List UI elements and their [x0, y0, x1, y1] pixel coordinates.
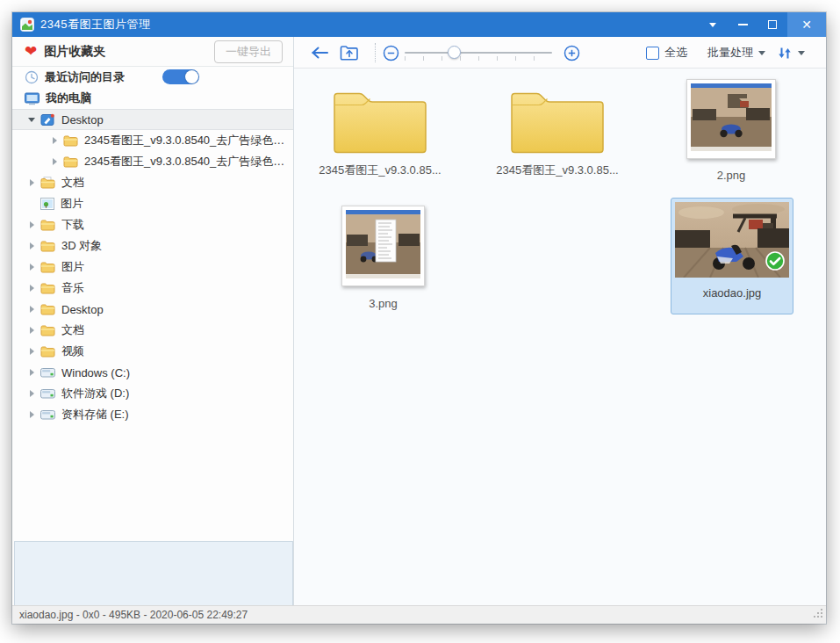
tree-item-label: 2345看图王_v9.3.0.8540_去广告绿色精简版	[84, 133, 293, 148]
minimize-button[interactable]	[728, 12, 757, 37]
tree-item-folder-jianban[interactable]: 2345看图王_v9.3.0.8540_去广告绿色精简版	[12, 130, 293, 151]
tree-item-label: 下载	[61, 217, 84, 233]
toolbar-separator	[375, 43, 376, 62]
maximize-button[interactable]	[757, 12, 787, 37]
no-expand-spacer	[26, 199, 37, 209]
drive-icon	[40, 388, 55, 400]
chevron-collapsed-icon[interactable]	[26, 283, 37, 293]
tree-item-label: 图片	[61, 259, 84, 275]
toggle-knob	[185, 70, 198, 83]
tree-item-documents[interactable]: 文档	[12, 172, 293, 193]
sidebar-preview-panel	[14, 541, 293, 605]
app-logo-icon	[20, 18, 34, 32]
tree-item-3d-objects[interactable]: 3D 对象	[12, 235, 293, 256]
folder-icon	[63, 134, 78, 147]
chevron-collapsed-icon[interactable]	[26, 346, 37, 357]
chevron-collapsed-icon[interactable]	[26, 388, 37, 399]
chevron-collapsed-icon[interactable]	[26, 241, 37, 251]
tree-item-desktop[interactable]: Desktop	[12, 109, 293, 130]
titlebar-menu-button[interactable]	[698, 12, 728, 37]
chevron-collapsed-icon[interactable]	[26, 304, 37, 314]
chevron-collapsed-icon[interactable]	[26, 262, 37, 272]
drive-icon	[40, 367, 55, 379]
tree-item-label: 视频	[61, 343, 84, 359]
minimize-icon	[738, 24, 748, 25]
folder-icon	[506, 80, 609, 155]
sidebar: ❤ 图片收藏夹 一键导出 最近访问的目录 我的电脑	[12, 37, 294, 605]
zoom-slider-thumb[interactable]	[448, 46, 461, 59]
favorites-title: 图片收藏夹	[44, 44, 105, 60]
close-button[interactable]: ✕	[787, 12, 826, 37]
file-tile-folder-1[interactable]: 2345看图王_v9.3.0.85...	[327, 80, 434, 178]
app-window: 2345看图王图片管理 ✕ ❤ 图片收藏夹 一键导出 最近访问的目录	[12, 12, 826, 624]
drive-icon	[40, 409, 55, 421]
computer-icon	[25, 92, 39, 105]
chevron-expanded-icon[interactable]	[26, 114, 37, 125]
file-name: 3.png	[369, 297, 398, 310]
folder-tree: 最近访问的目录 我的电脑 Desktop	[12, 67, 293, 605]
tree-item-desktop-folder[interactable]: Desktop	[12, 299, 293, 320]
back-button[interactable]	[310, 37, 329, 69]
thumbnail	[675, 202, 789, 278]
folder-icon	[40, 324, 55, 336]
maximize-icon	[768, 20, 777, 29]
file-tile-xiaodao-selected[interactable]: xiaodao.jpg	[671, 198, 793, 314]
tree-item-drive-e[interactable]: 资料存储 (E:)	[12, 404, 293, 425]
export-button[interactable]	[340, 37, 359, 69]
close-icon: ✕	[801, 18, 812, 32]
file-tile-folder-2[interactable]: 2345看图王_v9.3.0.85...	[504, 80, 611, 178]
tree-item-label: Windows (C:)	[61, 366, 130, 379]
back-arrow-icon	[310, 46, 329, 60]
tree-item-my-computer[interactable]: 我的电脑	[12, 88, 293, 109]
zoom-slider-ticks	[405, 56, 552, 61]
tree-item-pictures-special[interactable]: 图片	[12, 193, 293, 214]
folder-icon	[40, 240, 55, 252]
tree-item-folder-wanzheng[interactable]: 2345看图王_v9.3.0.8540_去广告绿色完整版	[12, 151, 293, 172]
file-grid[interactable]: 2345看图王_v9.3.0.85... 2345看图王_v9.3.0.85..…	[294, 69, 826, 605]
tree-item-videos[interactable]: 视频	[12, 341, 293, 362]
zoom-in-button[interactable]	[564, 37, 580, 69]
zoom-in-icon	[564, 45, 580, 61]
sort-icon	[777, 46, 793, 61]
status-text: xiaodao.jpg - 0x0 - 495KB - 2020-06-05 2…	[19, 609, 248, 621]
file-name: 2.png	[717, 169, 746, 182]
tree-item-label: Desktop	[61, 113, 104, 126]
tree-item-documents-2[interactable]: 文档	[12, 320, 293, 341]
clock-icon	[25, 70, 39, 84]
file-name: 2345看图王_v9.3.0.85...	[496, 163, 618, 178]
titlebar[interactable]: 2345看图王图片管理 ✕	[12, 12, 826, 37]
chevron-collapsed-icon[interactable]	[26, 325, 37, 336]
tree-item-drive-d[interactable]: 软件游戏 (D:)	[12, 383, 293, 404]
chevron-collapsed-icon[interactable]	[26, 367, 37, 378]
tree-item-label: 音乐	[61, 280, 84, 296]
chevron-collapsed-icon[interactable]	[49, 135, 60, 146]
zoom-slider-track[interactable]	[405, 52, 552, 54]
tree-item-recent-directories[interactable]: 最近访问的目录	[12, 67, 293, 88]
documents-folder-icon	[40, 177, 55, 189]
chevron-collapsed-icon[interactable]	[49, 156, 60, 167]
chevron-collapsed-icon[interactable]	[26, 409, 37, 420]
tree-item-label: 图片	[61, 196, 83, 212]
sort-dropdown[interactable]	[777, 37, 805, 69]
select-all-checkbox[interactable]	[646, 47, 659, 60]
file-tile-2png[interactable]: 2.png	[686, 79, 776, 182]
chevron-down-icon	[709, 23, 716, 27]
export-all-button[interactable]: 一键导出	[214, 40, 283, 63]
recent-directories-toggle[interactable]	[162, 69, 199, 84]
zoom-out-button[interactable]	[383, 37, 399, 69]
chevron-collapsed-icon[interactable]	[26, 177, 37, 188]
select-all-control[interactable]: 全选	[646, 37, 687, 69]
batch-process-dropdown[interactable]: 批量处理	[707, 37, 765, 69]
tree-item-drive-c[interactable]: Windows (C:)	[12, 362, 293, 383]
thumbnail-image	[346, 210, 420, 278]
folder-icon	[328, 80, 432, 155]
chevron-collapsed-icon[interactable]	[26, 220, 37, 230]
file-tile-3png[interactable]: 3.png	[341, 206, 425, 310]
tree-item-music[interactable]: 音乐	[12, 278, 293, 299]
selected-check-icon	[765, 251, 785, 274]
resize-grip-icon[interactable]	[814, 606, 823, 622]
tree-item-label: 2345看图王_v9.3.0.8540_去广告绿色完整版	[84, 154, 293, 170]
thumbnail	[686, 79, 776, 159]
tree-item-downloads[interactable]: 下载	[12, 214, 293, 235]
tree-item-pictures[interactable]: 图片	[12, 256, 293, 278]
